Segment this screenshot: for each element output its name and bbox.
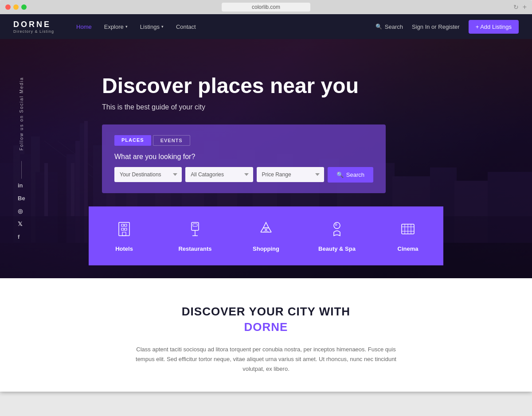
nav-item-listings[interactable]: Listings ▾ (140, 23, 164, 30)
new-tab-button[interactable]: + (523, 3, 527, 11)
tab-events[interactable]: EVENTS (153, 135, 190, 146)
svg-rect-40 (122, 232, 126, 236)
listings-chevron: ▾ (161, 24, 164, 29)
shopping-icon (257, 220, 275, 240)
shopping-label: Shopping (253, 245, 279, 252)
social-icons: in Be ◎ 𝕏 f (18, 183, 25, 241)
category-cinema[interactable]: Cinema (372, 206, 443, 265)
beauty-spa-label: Beauty & Spa (318, 245, 356, 252)
categories-section: Hotels Restaurants (0, 206, 532, 265)
search-box: PLACES EVENTS What are you looking for? … (102, 124, 386, 193)
nav-right: 🔍 Search Sign In or Register + Add Listi… (376, 20, 519, 34)
category-select[interactable]: All Catagories Hotels Restaurants Shoppi… (185, 167, 253, 182)
hotels-label: Hotels (115, 245, 133, 252)
social-follow-text: Follow us on Social Media (19, 77, 24, 150)
linkedin-icon[interactable]: in (18, 183, 25, 189)
browser-titlebar: colorlib.com ↻ + (0, 0, 532, 14)
search-btn-icon: 🔍 (336, 171, 344, 178)
social-sidebar: Follow us on Social Media in Be ◎ 𝕏 f (18, 77, 25, 240)
url-bar[interactable]: colorlib.com (222, 3, 310, 12)
svg-point-52 (334, 222, 340, 229)
category-hotels[interactable]: Hotels (89, 206, 160, 265)
search-btn-label: Search (346, 171, 364, 178)
logo-sub: Directory & Listing (13, 29, 54, 34)
svg-rect-36 (121, 224, 124, 226)
nav-links: Home Explore ▾ Listings ▾ Contact (76, 23, 376, 30)
nav-item-explore[interactable]: Explore ▾ (104, 23, 128, 30)
cinema-label: Cinema (398, 245, 419, 252)
search-button[interactable]: 🔍 Search (328, 167, 373, 183)
svg-rect-35 (119, 222, 129, 236)
search-question: What are you looking for? (114, 153, 373, 161)
svg-rect-44 (193, 224, 197, 226)
nav-item-home[interactable]: Home (76, 23, 92, 30)
discover-description: Class aptent taciti sociosqu ad litora t… (129, 345, 403, 374)
destination-select[interactable]: Your Destinations New York Los Angeles C… (114, 167, 182, 182)
svg-line-46 (261, 228, 263, 232)
cinema-icon (399, 220, 417, 240)
browser-buttons (5, 4, 27, 10)
navbar: DORNE Directory & Listing Home Explore ▾… (0, 14, 532, 39)
search-fields: Your Destinations New York Los Angeles C… (114, 167, 373, 183)
hotels-icon (115, 220, 133, 240)
facebook-icon[interactable]: f (18, 234, 25, 241)
browser-window: colorlib.com ↻ + DORNE Directory & Listi… (0, 0, 532, 392)
maximize-button[interactable] (21, 4, 27, 10)
explore-chevron: ▾ (125, 24, 128, 29)
twitter-icon[interactable]: 𝕏 (18, 221, 25, 228)
svg-point-53 (335, 224, 337, 225)
hero-section: Follow us on Social Media in Be ◎ 𝕏 f Di… (0, 39, 532, 278)
search-icon: 🔍 (376, 23, 382, 30)
hero-title: Discover places near you (102, 74, 532, 98)
refresh-button[interactable]: ↻ (513, 4, 519, 11)
close-button[interactable] (5, 4, 11, 10)
beauty-spa-icon (328, 220, 346, 240)
signin-link[interactable]: Sign In or Register (412, 23, 460, 30)
nav-search[interactable]: 🔍 Search (376, 23, 403, 30)
svg-rect-37 (125, 224, 127, 226)
svg-rect-39 (125, 228, 127, 230)
category-restaurants[interactable]: Restaurants (160, 206, 231, 265)
hero-content: Discover places near you This is the bes… (0, 39, 532, 111)
restaurants-icon (186, 220, 204, 240)
hero-subtitle: This is the best guide of your city (102, 103, 532, 111)
behance-icon[interactable]: Be (18, 195, 25, 202)
search-tabs: PLACES EVENTS (114, 135, 373, 146)
svg-rect-38 (121, 228, 124, 230)
add-listings-button[interactable]: + Add Listings (469, 20, 519, 34)
restaurants-label: Restaurants (178, 245, 211, 252)
discover-section: DISCOVER YOUR CITY WITH DORNE Class apte… (0, 278, 532, 392)
svg-line-47 (269, 228, 271, 232)
minimize-button[interactable] (13, 4, 19, 10)
discover-brand: DORNE (9, 320, 523, 334)
nav-search-label: Search (385, 23, 403, 30)
price-select[interactable]: Price Range $ $$ $$$ $$$$ (257, 167, 324, 182)
social-divider (21, 161, 22, 179)
discover-title: DISCOVER YOUR CITY WITH (9, 305, 523, 319)
logo[interactable]: DORNE Directory & Listing (13, 20, 54, 34)
nav-item-contact[interactable]: Contact (176, 23, 196, 30)
svg-marker-45 (263, 222, 269, 228)
logo-title: DORNE (13, 20, 54, 29)
dribbble-icon[interactable]: ◎ (18, 208, 25, 215)
tab-places[interactable]: PLACES (114, 135, 151, 146)
category-shopping[interactable]: Shopping (231, 206, 301, 265)
category-beauty-spa[interactable]: Beauty & Spa (301, 206, 372, 265)
site-wrapper: DORNE Directory & Listing Home Explore ▾… (0, 14, 532, 392)
